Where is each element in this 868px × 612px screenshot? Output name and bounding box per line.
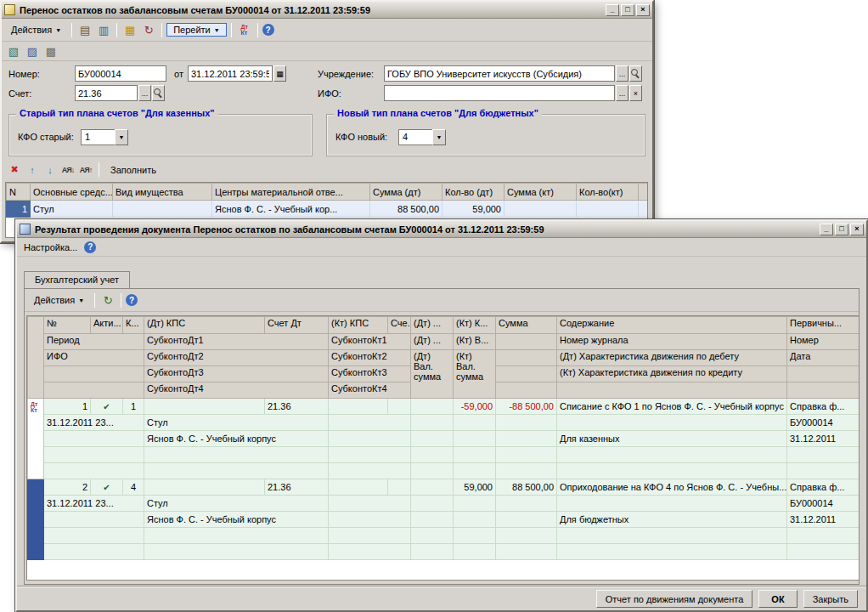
- cell-empty[interactable]: [454, 544, 496, 560]
- row-dtkt-icon[interactable]: ДтКт: [28, 399, 44, 479]
- cell-property-kind[interactable]: [113, 201, 212, 218]
- refresh-icon[interactable]: ↻: [99, 292, 116, 309]
- cell-kfo[interactable]: 4: [123, 479, 144, 496]
- cell-kfo[interactable]: 1: [123, 399, 144, 415]
- maximize-icon[interactable]: □: [835, 224, 848, 235]
- cell-empty[interactable]: [411, 479, 454, 496]
- cell-subkonto-dt2[interactable]: Яснов Ф. С. - Учебный корпус: [144, 431, 329, 447]
- help-icon[interactable]: ?: [126, 294, 138, 306]
- help-icon[interactable]: ?: [84, 241, 96, 253]
- cell-ifo[interactable]: [44, 431, 144, 447]
- cell-journal-num[interactable]: [557, 415, 787, 431]
- cell-empty[interactable]: [454, 512, 496, 528]
- cell-empty[interactable]: [496, 528, 557, 544]
- cell-num[interactable]: 2: [44, 479, 91, 496]
- print-icon[interactable]: ▨: [24, 43, 41, 60]
- cell-empty[interactable]: [787, 528, 860, 544]
- movements-report-button[interactable]: Отчет по движениям документа: [596, 590, 753, 608]
- date-input[interactable]: [188, 65, 273, 82]
- active-check-icon[interactable]: ✔: [91, 479, 123, 496]
- transfer-window-titlebar[interactable]: Перенос остатков по забалансовым счетам …: [2, 2, 652, 19]
- cell-doc-num[interactable]: БУ000014: [787, 496, 860, 512]
- cell-empty[interactable]: [329, 447, 411, 463]
- help-icon[interactable]: ?: [262, 24, 274, 36]
- cell-empty[interactable]: [44, 463, 144, 479]
- cell-empty[interactable]: [454, 463, 496, 479]
- cell-empty[interactable]: [411, 463, 454, 479]
- minimize-icon[interactable]: _: [606, 4, 619, 16]
- fill-button[interactable]: Заполнить: [104, 162, 162, 178]
- kfo-old-select[interactable]: 1 ▼: [81, 129, 128, 145]
- cell-empty[interactable]: [144, 479, 265, 496]
- choose-icon[interactable]: ...: [616, 65, 628, 82]
- sort-desc-icon[interactable]: АЯ↑: [78, 162, 93, 177]
- current-row-marker[interactable]: [28, 479, 44, 560]
- cell-empty[interactable]: [411, 399, 454, 415]
- cell-empty[interactable]: [496, 512, 557, 528]
- cell-empty[interactable]: [411, 496, 454, 512]
- cell-empty[interactable]: [44, 447, 144, 463]
- chevron-down-icon[interactable]: ▼: [115, 129, 128, 145]
- choose-icon[interactable]: ...: [138, 85, 151, 101]
- cell-empty[interactable]: [329, 496, 411, 512]
- cell-subkonto-dt1[interactable]: Стул: [144, 415, 329, 431]
- cell-period[interactable]: 31.12.2011 23...: [44, 415, 144, 431]
- cell-empty[interactable]: [454, 431, 496, 447]
- cell-empty[interactable]: [144, 447, 329, 463]
- choose-icon[interactable]: ...: [616, 85, 628, 101]
- cell-empty[interactable]: [454, 528, 496, 544]
- calendar-icon[interactable]: ▦: [273, 65, 286, 82]
- cell-empty[interactable]: [329, 415, 411, 431]
- cell-date[interactable]: 31.12.2011: [787, 431, 860, 447]
- refresh-icon[interactable]: ↻: [140, 22, 157, 38]
- cell-empty[interactable]: [557, 528, 787, 544]
- open-icon[interactable]: [629, 65, 642, 82]
- account-input[interactable]: [75, 85, 138, 101]
- cell-sum-kt[interactable]: [504, 201, 577, 218]
- actions-button[interactable]: Действия ▼: [28, 292, 90, 308]
- cell-empty[interactable]: [557, 544, 787, 560]
- cell-empty[interactable]: [411, 512, 454, 528]
- cell-empty[interactable]: [496, 415, 557, 431]
- cell-empty[interactable]: [454, 415, 496, 431]
- close-icon[interactable]: ×: [636, 4, 650, 16]
- sort-asc-icon[interactable]: АЯ↓: [60, 162, 76, 177]
- table-row[interactable]: 1 Стул Яснов Ф. С. - Учебный кор... 88 5…: [7, 201, 648, 218]
- cell-empty[interactable]: [411, 528, 454, 544]
- delete-row-icon[interactable]: ✖: [7, 162, 22, 177]
- cell-empty[interactable]: [329, 431, 411, 447]
- cell-content[interactable]: Списание с КФО 1 по Яснов Ф. С. - Учебны…: [557, 399, 787, 415]
- close-button[interactable]: Закрыть: [803, 590, 858, 608]
- number-input[interactable]: [75, 65, 166, 82]
- cell-date[interactable]: 31.12.2011: [787, 512, 860, 528]
- cell-movement-char[interactable]: Для бюджетных: [557, 512, 787, 528]
- cell-filler[interactable]: [639, 201, 648, 218]
- cell-empty[interactable]: [144, 528, 329, 544]
- cell-empty[interactable]: [329, 528, 411, 544]
- cell-subkonto-dt1[interactable]: Стул: [144, 496, 329, 512]
- cell-empty[interactable]: [329, 479, 388, 496]
- cell-empty[interactable]: [144, 544, 329, 560]
- posting-result-icon[interactable]: ДтКт: [236, 22, 253, 38]
- cell-empty[interactable]: [496, 544, 557, 560]
- cell-empty[interactable]: [411, 447, 454, 463]
- minimize-icon[interactable]: _: [820, 224, 833, 235]
- cell-sum[interactable]: -88 500,00: [496, 399, 557, 415]
- cell-empty[interactable]: [787, 463, 860, 479]
- cell-primary[interactable]: Справка ф...: [787, 399, 860, 415]
- cell-empty[interactable]: [329, 463, 411, 479]
- maximize-icon[interactable]: □: [621, 4, 634, 16]
- result-window-titlebar[interactable]: Результат проведения документа Перенос о…: [17, 221, 866, 238]
- cell-empty[interactable]: [454, 447, 496, 463]
- settings-menu-item[interactable]: Настройка...: [24, 242, 77, 252]
- cell-movement-char[interactable]: Для казенных: [557, 431, 787, 447]
- cell-qty-dt[interactable]: 59,000: [442, 201, 504, 218]
- cell-empty[interactable]: [411, 415, 454, 431]
- cell-account-dt[interactable]: 21.36: [265, 399, 329, 415]
- cell-num[interactable]: 1: [44, 399, 91, 415]
- cell-empty[interactable]: [388, 399, 411, 415]
- cell-empty[interactable]: [454, 496, 496, 512]
- report-icon[interactable]: ▧: [5, 43, 22, 60]
- postings-icon[interactable]: ▩: [42, 43, 59, 60]
- posting-record-1[interactable]: ДтКт 1 ✔ 1 21.36 -59,000 -88 500,00: [28, 399, 860, 479]
